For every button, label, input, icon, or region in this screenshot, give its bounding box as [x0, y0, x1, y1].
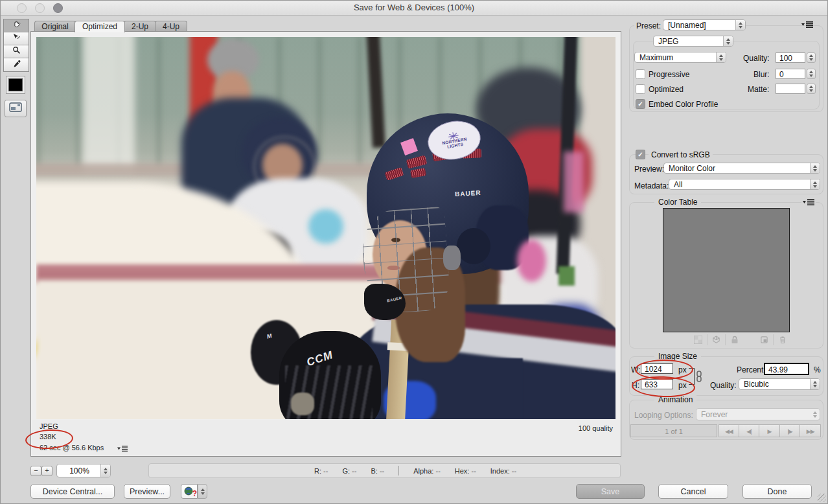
glass-pillar [83, 37, 135, 171]
stepper-icon [735, 20, 745, 30]
stepper-icon [810, 179, 820, 189]
stepper-icon [716, 52, 726, 62]
resample-quality-value: Bicubic [739, 380, 810, 389]
preview-mode-value: Monitor Color [664, 164, 810, 173]
matte-input[interactable] [776, 84, 805, 94]
color-table-title: Color Table [654, 198, 701, 207]
frame-counter: 1 of 1 [630, 424, 717, 437]
quality-stepper[interactable] [807, 52, 816, 63]
optimized-label: Optimized [649, 85, 684, 94]
embed-color-profile-label: Embed Color Profile [649, 100, 718, 109]
play-button: ▶ [759, 424, 780, 437]
index-readout: Index: -- [490, 467, 516, 475]
zoom-level-value: 100% [57, 466, 100, 475]
optimized-checkbox[interactable] [636, 84, 645, 94]
optimized-image-preview[interactable]: NORTHERN LIGHTS BAUER BAUER M CCM [36, 37, 615, 419]
progressive-checkbox[interactable] [636, 69, 645, 79]
percent-unit: % [814, 365, 821, 374]
device-central-button[interactable]: Device Central... [30, 484, 115, 499]
tab-4up[interactable]: 4-Up [155, 21, 187, 32]
optimize-menu-icon[interactable] [801, 21, 813, 28]
embed-color-profile-checkbox[interactable]: ✓ [636, 99, 645, 109]
preview-mode-select[interactable]: Monitor Color [663, 163, 820, 174]
question-mark-icon: ? [192, 487, 197, 501]
save-button[interactable]: Save [576, 484, 645, 499]
status-quality: 100 quality [579, 424, 613, 432]
optimize-status-bar: JPEG 338K 62 sec @ 56.6 Kbps 100 quality [32, 420, 621, 456]
preset-select[interactable]: [Unnamed] [663, 19, 746, 30]
slices-visibility-icon [9, 102, 22, 115]
resize-grip[interactable] [818, 494, 826, 502]
percent-input[interactable]: 43.99 [764, 363, 809, 375]
color-table-menu-icon[interactable] [801, 199, 816, 205]
zoom-level-select[interactable]: 100% [56, 464, 111, 477]
helmet-brand-text: BAUER [455, 189, 481, 198]
percent-label: Percent: [737, 365, 766, 374]
toggle-slices-visibility-button[interactable] [5, 100, 27, 117]
hand-tool-button[interactable] [4, 19, 29, 32]
magnifier-icon [12, 45, 21, 58]
previous-frame-button: ◀| [739, 424, 760, 437]
minimize-window-button[interactable] [35, 3, 45, 13]
preset-label: Preset: [634, 21, 663, 30]
resample-quality-select[interactable]: Bicubic [739, 378, 820, 390]
download-speed-menu-icon[interactable] [117, 446, 128, 452]
zoom-window-button[interactable] [53, 3, 63, 13]
transparency-icon [694, 336, 702, 344]
tab-2up[interactable]: 2-Up [124, 21, 156, 32]
new-color-button[interactable] [755, 334, 774, 345]
color-table-swatches[interactable] [663, 208, 790, 332]
preview-label: Preview... [130, 487, 165, 496]
tab-label: 4-Up [163, 22, 179, 31]
matte-stepper[interactable] [807, 84, 816, 94]
web-shift-button[interactable] [707, 334, 726, 345]
format-value: JPEG [654, 37, 723, 46]
hex-readout: Hex: -- [455, 467, 476, 475]
blur-stepper[interactable] [807, 69, 816, 79]
zoom-in-button[interactable]: + [41, 466, 52, 476]
tab-original[interactable]: Original [34, 21, 76, 32]
preview-in-browser-button[interactable]: Preview... [124, 484, 170, 499]
globe-icon: ? [184, 486, 194, 496]
cube-icon [712, 336, 720, 344]
browser-select-stepper[interactable] [198, 484, 207, 499]
tool-column [3, 19, 29, 72]
map-transparency-button[interactable] [689, 334, 707, 345]
background-player-accent [308, 209, 343, 244]
eyedropper-color-well[interactable] [6, 76, 25, 94]
check-icon: ✓ [638, 151, 643, 158]
preview-mode-label: Preview: [634, 165, 664, 174]
delete-color-button[interactable] [774, 334, 791, 345]
format-select[interactable]: JPEG [653, 36, 733, 47]
tab-optimized[interactable]: Optimized [75, 21, 125, 32]
device-central-label: Device Central... [43, 487, 102, 496]
alpha-readout: Alpha: -- [413, 467, 441, 475]
zoom-out-button[interactable]: − [30, 466, 41, 476]
next-frame-button: |▶ [780, 424, 801, 437]
compression-select[interactable]: Maximum [634, 52, 726, 63]
eyedropper-tool-button[interactable] [4, 58, 29, 71]
hand-icon [12, 19, 21, 32]
quality-label: Quality: [743, 54, 770, 63]
zoom-tool-button[interactable] [4, 45, 29, 58]
browser-preview-button[interactable]: ? [181, 484, 198, 499]
cancel-button[interactable]: Cancel [658, 484, 728, 499]
done-button[interactable]: Done [742, 484, 812, 499]
slice-select-tool-button[interactable] [4, 32, 29, 45]
close-window-button[interactable] [17, 3, 27, 13]
pink-pom [517, 240, 546, 282]
lock-color-button[interactable] [726, 334, 743, 345]
matte-label: Matte: [748, 85, 769, 94]
stepper-icon [811, 409, 820, 420]
first-frame-button: ◀◀ [719, 424, 739, 437]
check-icon: ✓ [638, 100, 643, 108]
quality-input[interactable]: 100 [776, 52, 805, 63]
b-readout: B: -- [371, 467, 384, 475]
save-label: Save [601, 487, 620, 496]
metadata-select[interactable]: All [669, 179, 820, 190]
blur-input[interactable]: 0 [776, 69, 805, 79]
progressive-label: Progressive [649, 70, 689, 79]
last-frame-button: ▶▶ [800, 424, 821, 437]
convert-srgb-checkbox[interactable]: ✓ [636, 150, 645, 159]
trash-icon [779, 336, 787, 344]
